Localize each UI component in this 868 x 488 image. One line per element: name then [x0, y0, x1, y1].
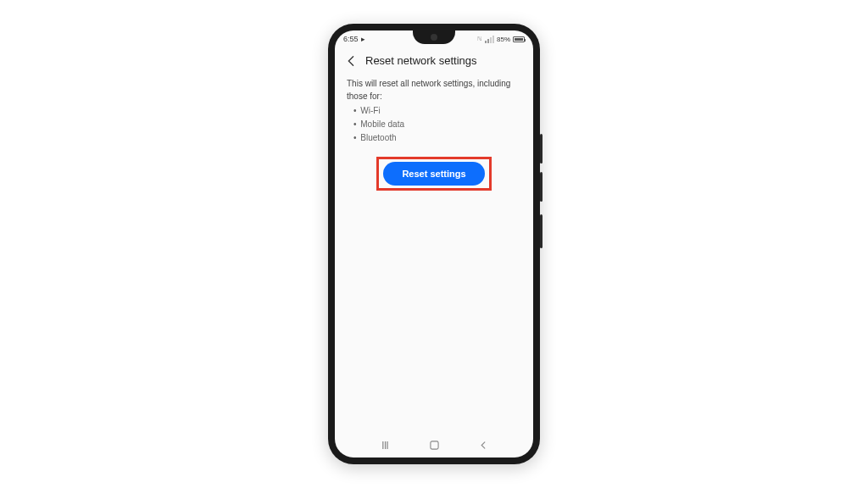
display-notch	[413, 30, 455, 44]
navigation-bar: III	[335, 432, 533, 458]
battery-icon	[513, 36, 525, 42]
reset-description: This will reset all network settings, in…	[347, 77, 521, 103]
chevron-left-icon	[480, 441, 487, 450]
list-item: Bluetooth	[353, 131, 521, 145]
highlight-annotation: Reset settings	[376, 157, 491, 191]
page-title: Reset network settings	[365, 54, 477, 67]
svg-rect-0	[430, 441, 437, 448]
reset-items-list: Wi-Fi Mobile data Bluetooth	[347, 104, 521, 145]
battery-percent: 85%	[497, 36, 510, 43]
volume-up-button[interactable]	[540, 134, 542, 164]
recent-apps-button[interactable]: III	[376, 436, 393, 453]
status-time: 6:55	[343, 35, 359, 43]
nfc-icon: ℕ	[477, 36, 482, 42]
volume-down-button[interactable]	[540, 172, 542, 202]
home-icon	[430, 441, 439, 450]
back-button[interactable]	[345, 55, 357, 67]
nav-back-button[interactable]	[475, 436, 492, 453]
phone-screen: 6:55 ▸ ℕ 85% Reset network settings This	[335, 30, 533, 458]
chevron-left-icon	[347, 55, 355, 67]
home-button[interactable]	[426, 436, 442, 453]
phone-frame: 6:55 ▸ ℕ 85% Reset network settings This	[328, 24, 540, 464]
page-header: Reset network settings	[335, 47, 533, 74]
video-icon: ▸	[361, 35, 365, 43]
signal-icon	[485, 36, 494, 43]
power-button[interactable]	[540, 214, 542, 248]
content-area: This will reset all network settings, in…	[335, 74, 533, 432]
list-item: Mobile data	[353, 118, 521, 131]
list-item: Wi-Fi	[353, 104, 521, 118]
reset-settings-button[interactable]: Reset settings	[383, 162, 484, 186]
